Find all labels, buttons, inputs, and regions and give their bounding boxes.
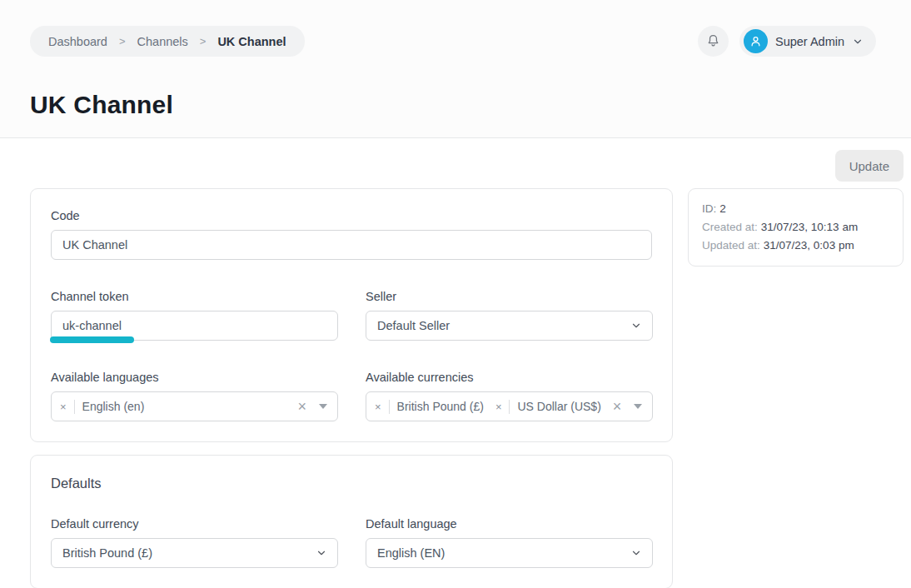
default-language-label: Default language — [366, 517, 653, 531]
update-button[interactable]: Update — [835, 150, 904, 182]
chip-divider — [74, 400, 75, 414]
code-field: Code — [51, 209, 652, 260]
default-currency-select[interactable]: British Pound (£) — [51, 538, 338, 568]
form-column: Code Channel token Seller Defa — [30, 188, 673, 588]
breadcrumb-current: UK Channel — [217, 35, 286, 48]
chip-label: British Pound (£) — [397, 400, 484, 413]
default-currency-value: British Pound (£) — [62, 546, 152, 560]
meta-column: ID:2 Created at:31/07/23, 10:13 am Updat… — [688, 188, 904, 267]
seller-select-value: Default Seller — [377, 319, 450, 332]
record-updated-row: Updated at:31/07/23, 0:03 pm — [702, 237, 889, 255]
user-menu[interactable]: Super Admin — [739, 26, 876, 57]
bell-icon — [705, 33, 721, 49]
record-info-card: ID:2 Created at:31/07/23, 10:13 am Updat… — [688, 188, 904, 267]
available-currencies-label: Available currencies — [366, 371, 653, 384]
remove-chip-icon[interactable]: × — [60, 401, 67, 412]
remove-chip-icon[interactable]: × — [375, 401, 381, 412]
user-name: Super Admin — [775, 35, 844, 48]
record-id-row: ID:2 — [702, 200, 889, 218]
default-currency-field: Default currency British Pound (£) — [51, 517, 338, 568]
chevron-down-icon — [316, 547, 327, 559]
breadcrumb-separator-icon: > — [200, 35, 207, 47]
seller-label: Seller — [366, 290, 653, 303]
breadcrumb-channels[interactable]: Channels — [137, 35, 188, 48]
available-languages-field: Available languages × English (en) × — [51, 371, 338, 421]
topbar-actions: Super Admin — [698, 26, 876, 57]
page-actions: Update — [30, 150, 904, 182]
available-currencies-field: Available currencies × British Pound (£)… — [366, 371, 653, 421]
chip-divider — [509, 400, 510, 414]
available-currencies-multiselect[interactable]: × British Pound (£) × US Dollar (US$) × — [366, 391, 653, 421]
notifications-button[interactable] — [698, 26, 729, 57]
record-created-value: 31/07/23, 10:13 am — [761, 221, 858, 233]
record-updated-value: 31/07/23, 0:03 pm — [764, 239, 854, 252]
currency-chip: × British Pound (£) — [375, 400, 484, 414]
chip-divider — [389, 400, 390, 414]
remove-chip-icon[interactable]: × — [495, 401, 502, 412]
chevron-down-icon — [630, 320, 642, 331]
language-chip: × English (en) — [60, 400, 144, 414]
default-currency-label: Default currency — [51, 517, 338, 531]
code-label: Code — [51, 209, 652, 222]
topbar: Dashboard > Channels > UK Channel — [0, 0, 911, 57]
defaults-title: Defaults — [51, 476, 652, 491]
token-accent-underline — [50, 336, 134, 343]
caret-down-icon[interactable] — [319, 404, 327, 409]
general-card: Code Channel token Seller Defa — [30, 188, 673, 442]
record-created-row: Created at:31/07/23, 10:13 am — [702, 218, 889, 237]
chip-label: English (en) — [82, 400, 145, 413]
chip-label: US Dollar (US$) — [517, 400, 600, 413]
record-id-value: 2 — [719, 202, 726, 215]
record-updated-label: Updated at: — [702, 239, 760, 252]
seller-field: Seller Default Seller — [366, 290, 653, 341]
record-created-label: Created at: — [702, 221, 758, 233]
page-header: Dashboard > Channels > UK Channel — [0, 0, 911, 138]
main-content: Update Code Channel token — [0, 150, 911, 588]
seller-select[interactable]: Default Seller — [366, 311, 653, 341]
currency-chip: × US Dollar (US$) — [495, 400, 601, 414]
clear-all-icon[interactable]: × — [613, 399, 622, 414]
breadcrumb-separator-icon: > — [119, 35, 126, 47]
default-language-value: English (EN) — [377, 546, 445, 560]
avatar — [744, 29, 768, 53]
breadcrumb-dashboard[interactable]: Dashboard — [48, 35, 107, 48]
channel-token-field: Channel token — [51, 290, 338, 341]
record-id-label: ID: — [702, 202, 716, 215]
person-icon — [749, 34, 763, 48]
default-language-field: Default language English (EN) — [366, 517, 653, 568]
code-input[interactable] — [51, 230, 652, 260]
chevron-down-icon — [852, 36, 864, 47]
defaults-card: Defaults Default currency British Pound … — [30, 455, 673, 588]
caret-down-icon[interactable] — [634, 404, 642, 409]
available-languages-label: Available languages — [51, 371, 338, 384]
breadcrumb: Dashboard > Channels > UK Channel — [30, 26, 305, 57]
page-title: UK Channel — [30, 91, 911, 119]
clear-all-icon[interactable]: × — [297, 399, 306, 414]
available-languages-multiselect[interactable]: × English (en) × — [51, 391, 338, 421]
default-language-select[interactable]: English (EN) — [366, 538, 653, 568]
chevron-down-icon — [630, 547, 642, 559]
channel-token-label: Channel token — [51, 290, 338, 303]
